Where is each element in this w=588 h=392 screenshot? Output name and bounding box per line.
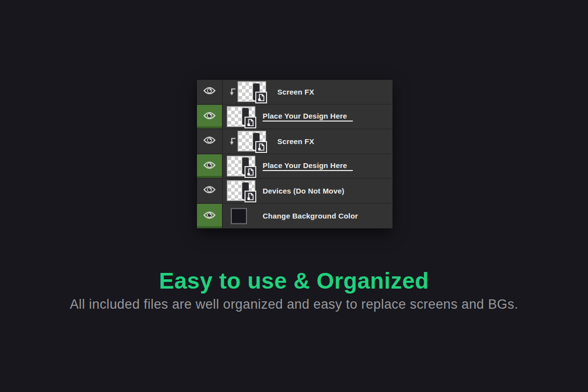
layer-name[interactable]: Place Your Design Here [263, 112, 353, 122]
layer-row-4[interactable]: Place Your Design Here [197, 154, 392, 179]
visibility-toggle[interactable] [197, 154, 223, 178]
smart-object-badge-icon [255, 92, 267, 103]
layer-name[interactable]: Change Background Color [263, 212, 358, 220]
smart-object-badge-icon [255, 141, 267, 153]
layer-thumbnail[interactable] [238, 81, 266, 102]
layer-row-3[interactable]: Screen FX [197, 129, 392, 154]
layer-row-content: Devices (Do Not Move) [223, 179, 392, 203]
visibility-toggle[interactable] [197, 129, 223, 153]
eye-icon [203, 87, 216, 97]
eye-icon [203, 112, 216, 122]
color-fill-thumbnail[interactable] [231, 208, 247, 224]
smart-object-badge-icon [245, 117, 256, 128]
smart-object-badge-icon [245, 166, 256, 178]
layer-row-1[interactable]: Screen FX [197, 80, 392, 105]
layer-name[interactable]: Screen FX [277, 137, 314, 146]
layer-thumbnail[interactable] [238, 131, 266, 151]
layer-row-5[interactable]: Devices (Do Not Move) [197, 179, 392, 204]
clipping-mask-arrow-icon [228, 87, 236, 96]
layer-name[interactable]: Place Your Design Here [263, 161, 353, 171]
layer-row-content: Place Your Design Here [223, 105, 392, 129]
layer-thumbnail[interactable] [227, 156, 255, 176]
page-subtitle: All included files are well organized an… [0, 296, 588, 312]
visibility-toggle[interactable] [197, 179, 223, 203]
eye-icon [203, 161, 216, 171]
eye-icon [203, 136, 216, 146]
layer-row-content: Screen FX [223, 80, 392, 104]
layer-name[interactable]: Devices (Do Not Move) [263, 187, 344, 195]
layer-row-2[interactable]: Place Your Design Here [197, 105, 392, 130]
layer-row-content: Change Background Color [223, 204, 392, 229]
page-title: Easy to use & Organized [0, 270, 588, 292]
layer-thumbnail[interactable] [227, 106, 255, 127]
visibility-toggle[interactable] [197, 80, 223, 104]
layers-panel: Screen FX [197, 80, 392, 228]
layer-row-6[interactable]: Change Background Color [197, 204, 392, 229]
layer-row-content: Place Your Design Here [223, 154, 392, 178]
eye-icon [203, 211, 216, 221]
layer-name[interactable]: Screen FX [277, 88, 314, 96]
layer-row-content: Screen FX [223, 129, 392, 153]
clipping-mask-arrow-icon [228, 137, 236, 146]
eye-icon [203, 186, 216, 196]
visibility-toggle[interactable] [197, 204, 223, 229]
smart-object-badge-icon [245, 191, 256, 202]
visibility-toggle[interactable] [197, 105, 223, 129]
layer-thumbnail[interactable] [227, 180, 255, 201]
